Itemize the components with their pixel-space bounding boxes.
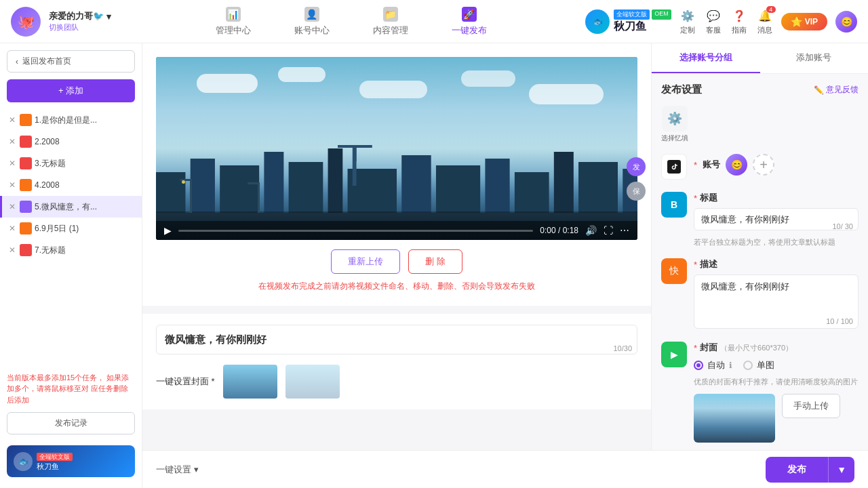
- history-btn[interactable]: 发布记录: [7, 412, 135, 434]
- nav-publish[interactable]: 🚀 一键发布: [443, 4, 495, 39]
- dropdown-icon[interactable]: ▾: [106, 12, 111, 22]
- cover-label: 封面: [700, 342, 717, 354]
- user-name[interactable]: 亲爱的力哥🐦 ▾: [49, 10, 111, 22]
- list-item[interactable]: ✕ 2.2008: [0, 131, 142, 152]
- vip-button[interactable]: ⭐ VIP: [781, 13, 827, 30]
- list-item[interactable]: ✕ 1.是你的是但是...: [0, 109, 142, 131]
- remove-item-icon[interactable]: ✕: [9, 245, 16, 255]
- logo-emoji: 🐙: [18, 14, 35, 30]
- list-item-active[interactable]: ✕ 5.微风慵意，有...: [0, 196, 142, 218]
- cover-section: ▶ * 封面 （最小尺寸660*370） 自动 ℹ: [661, 342, 859, 443]
- notification-btn[interactable]: 🔔 4 消息: [757, 7, 773, 35]
- select-icon-label: 选择忆填: [661, 134, 688, 143]
- back-to-publish-btn[interactable]: ‹ 返回发布首页: [7, 50, 135, 73]
- nav-management[interactable]: 📊 管理中心: [208, 4, 259, 39]
- title-input-wrapper: 10/30: [156, 325, 637, 357]
- brand-logo: 🐟 全端软文版 OEM 秋刀鱼: [585, 9, 671, 34]
- manual-upload-btn[interactable]: 手动上传: [782, 394, 840, 418]
- list-item[interactable]: ✕ 7.无标题: [0, 239, 142, 261]
- one-click-settings[interactable]: 一键设置 ▾: [156, 464, 199, 476]
- list-item[interactable]: ✕ 4.2008: [0, 174, 142, 196]
- right-tabs: 选择账号分组 添加账号: [652, 43, 868, 74]
- cover-size-hint: （最小尺寸660*370）: [720, 343, 793, 353]
- settings-gear-icon[interactable]: ⚙️: [662, 106, 688, 131]
- progress-bar[interactable]: [178, 230, 533, 232]
- title-textarea[interactable]: [156, 325, 637, 354]
- tab-add-account[interactable]: 添加账号: [760, 43, 869, 73]
- publish-icon: 🚀: [462, 7, 477, 22]
- account-avatar-circle[interactable]: 😊: [726, 154, 747, 176]
- remove-item-icon[interactable]: ✕: [9, 224, 16, 233]
- list-item[interactable]: ✕ 3.无标题: [0, 152, 142, 174]
- header-right: 🐟 全端软文版 OEM 秋刀鱼 ⚙️ 定制 💬 客服 ❓ 指南: [585, 7, 857, 35]
- title-label-row: * 标题: [694, 192, 859, 204]
- desc-form: * 描述 10 / 100: [694, 258, 859, 331]
- auto-radio[interactable]: 自动 ℹ: [694, 359, 732, 371]
- reupload-btn[interactable]: 重新上传: [331, 249, 400, 274]
- back-arrow-icon: ‹: [16, 57, 18, 66]
- more-btn[interactable]: ⋯: [620, 225, 629, 236]
- desc-field-wrapper: 10 / 100: [694, 274, 859, 331]
- title-field-count: 10/ 30: [832, 222, 853, 230]
- play-btn[interactable]: ▶: [164, 225, 172, 236]
- feedback-link[interactable]: ✏️ 意见反馈: [814, 84, 859, 96]
- delete-btn[interactable]: 删 除: [408, 249, 462, 274]
- remove-item-icon[interactable]: ✕: [9, 159, 16, 168]
- add-task-btn[interactable]: + 添加: [7, 79, 135, 102]
- publish-btn[interactable]: 发布: [766, 457, 828, 483]
- streetlight1: [190, 179, 192, 213]
- remove-item-icon[interactable]: ✕: [9, 202, 16, 211]
- video-wrapper: ▶ 0:00 / 0:18 🔊 ⛶ ⋯: [156, 57, 637, 240]
- remove-item-icon[interactable]: ✕: [9, 137, 16, 146]
- single-radio[interactable]: 单图: [743, 359, 774, 371]
- list-item[interactable]: ✕ 6.9月5日 (1): [0, 218, 142, 239]
- bottom-panel: 10/30 一键设置封面 *: [142, 314, 651, 409]
- cover-thumbnail-2: [285, 365, 340, 399]
- account-info: * 账号 😊 +: [694, 154, 859, 181]
- nav-content[interactable]: 📁 内容管理: [365, 4, 416, 39]
- brand-promo-logo: 🐟: [14, 452, 33, 471]
- item-thumb: [20, 114, 32, 126]
- add-account-btn[interactable]: +: [753, 154, 774, 176]
- publish-group: 发布 ▼: [766, 457, 854, 483]
- desc-section: 快 * 描述 10 / 100: [661, 258, 859, 331]
- save-circle-btn[interactable]: 保: [627, 182, 646, 201]
- title-row: 10/30: [156, 325, 637, 357]
- brand-logo-img: 🐟: [585, 9, 610, 34]
- svg-rect-7: [401, 155, 431, 213]
- svg-rect-1: [191, 159, 215, 213]
- title-label: 标题: [700, 192, 717, 204]
- content-icon: 📁: [383, 7, 398, 22]
- remove-item-icon[interactable]: ✕: [9, 180, 16, 190]
- customer-btn[interactable]: 💬 客服: [705, 7, 722, 35]
- publish-dropdown-btn[interactable]: ▼: [828, 457, 854, 483]
- video-controls: ▶ 0:00 / 0:18 🔊 ⛶ ⋯: [156, 221, 637, 240]
- platform-kuaishou-row: 快 * 描述 10 / 100: [661, 258, 859, 331]
- switch-team[interactable]: 切换团队: [49, 22, 111, 33]
- user-avatar[interactable]: 😊: [835, 11, 857, 33]
- fullscreen-btn[interactable]: ⛶: [604, 225, 613, 236]
- tab-account-group[interactable]: 选择账号分组: [652, 43, 760, 73]
- account-label: 账号: [703, 159, 720, 171]
- remove-item-icon[interactable]: ✕: [9, 115, 16, 125]
- cover-row: 一键设置封面 *: [156, 365, 637, 399]
- account-label-row: * 账号 😊 +: [694, 154, 859, 176]
- time-display: 0:00 / 0:18: [540, 226, 578, 235]
- video-section: ▶ 0:00 / 0:18 🔊 ⛶ ⋯ 重新上传 删 除 在视频发布完成之前请勿…: [142, 43, 651, 306]
- volume-btn[interactable]: 🔊: [585, 225, 597, 236]
- send-circle-btn[interactable]: 发: [627, 157, 646, 176]
- svg-rect-15: [338, 145, 372, 148]
- svg-rect-0: [156, 172, 185, 213]
- title-hint: 若平台独立标题为空，将使用文章默认标题: [694, 237, 859, 247]
- svg-rect-5: [328, 148, 343, 213]
- guide-btn[interactable]: ❓ 指南: [731, 7, 747, 35]
- customize-btn[interactable]: ⚙️ 定制: [679, 7, 696, 35]
- cityscape-svg: [156, 145, 637, 213]
- management-icon: 📊: [226, 7, 241, 22]
- item-thumb: [20, 222, 32, 235]
- task-list: ✕ 1.是你的是但是... ✕ 2.2008 ✕ 3.无标题 ✕ 4.2008: [0, 109, 142, 365]
- nav-account[interactable]: 👤 账号中心: [286, 4, 338, 39]
- cover-preview-img: [694, 394, 775, 443]
- account-icon: 👤: [304, 7, 319, 22]
- brand-promo[interactable]: 🐟 全端软文版 秋刀鱼: [7, 445, 135, 477]
